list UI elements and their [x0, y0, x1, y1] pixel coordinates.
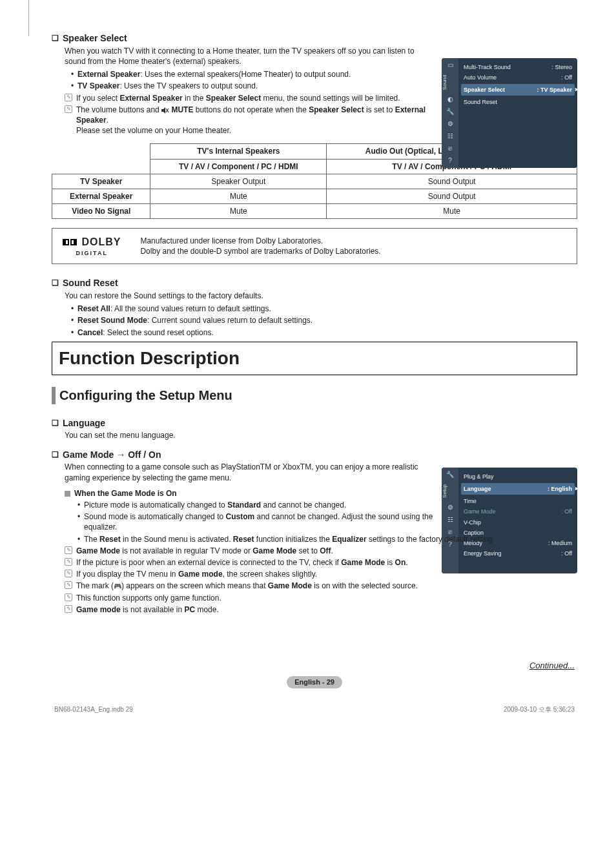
bullet-text: : Uses the external speakers(Home Theate…: [140, 70, 351, 79]
channel-icon: 🔧: [444, 107, 457, 117]
osd-row-label: Game Mode: [464, 508, 496, 515]
picture-icon: ▭: [444, 60, 457, 70]
osd-row-label: Speaker Select: [464, 86, 505, 94]
footer-left: BN68-02143A_Eng.indb 29: [54, 705, 133, 714]
note-bold: Speaker Select: [309, 105, 364, 114]
section-title: Sound Reset: [63, 277, 118, 289]
dolby-d-icon: [63, 239, 69, 245]
bullet-text: Picture mode is automatically changed to: [84, 500, 227, 510]
footer: BN68-02143A_Eng.indb 29 2009-03-10 오후 5:…: [52, 705, 577, 714]
note-text: in the: [183, 94, 206, 103]
dolby-brand: DOLBY: [81, 236, 121, 247]
sound-reset-section: ❏Sound Reset You can restore the Sound s…: [52, 277, 577, 338]
bullet-text: The: [84, 535, 99, 544]
dolby-text: Manufactured under license from Dolby La…: [140, 236, 380, 256]
bullet-label: Reset Sound Mode: [77, 316, 147, 325]
section-title: Game Mode → Off / On: [63, 449, 161, 461]
note-icon: ✎: [65, 570, 72, 577]
note-bold: On: [395, 558, 406, 567]
note-item: ✎The mark (🎮) appears on the screen whic…: [65, 581, 577, 591]
note-text: is not available in: [121, 605, 185, 614]
bullet-text: : All the sound values return to default…: [110, 304, 271, 313]
footer-right: 2009-03-10 오후 5:36:23: [504, 705, 575, 714]
note-item: ✎This function supports only game functi…: [65, 593, 577, 603]
bullet-bold: Custom: [225, 512, 254, 521]
note-text: This function supports only game functio…: [76, 593, 221, 603]
note-bold: Game Mode: [268, 581, 312, 590]
table-header: TV's Internal Speakers: [150, 144, 327, 159]
note-text: If you select: [76, 94, 119, 103]
osd-body: Multi-Track Sound: Stereo Auto Volume: O…: [458, 58, 577, 112]
section-intro: You can set the menu language.: [65, 430, 435, 440]
dolby-license-box: DOLBY DIGITAL Manufactured under license…: [52, 228, 577, 264]
list-item: External Speaker: Uses the external spea…: [71, 69, 435, 79]
note-item: ✎ If you select External Speaker in the …: [65, 93, 435, 103]
section-title: Language: [63, 417, 105, 429]
note-text: set to: [296, 546, 320, 555]
dolby-logo: DOLBY DIGITAL: [63, 235, 121, 257]
setup-icon: ⚙: [444, 119, 457, 129]
note-icon: ✎: [65, 581, 72, 589]
bullet-text: function initializes the: [254, 535, 333, 544]
note-item: ✎If you display the TV menu in Game mode…: [65, 569, 577, 579]
note-text: The volume buttons and: [76, 105, 161, 114]
gamepad-icon: 🎮: [114, 582, 121, 591]
bookmark-icon: ❏: [52, 33, 59, 43]
table-row: External SpeakerMuteSound Output: [52, 189, 577, 203]
bullet-bold: Equalizer: [332, 535, 366, 544]
bullet-bold: Reset: [233, 535, 254, 544]
table-row: Video No SignalMuteMute: [52, 204, 577, 219]
list-item: Picture mode is automatically changed to…: [77, 500, 435, 510]
bullet-bold: Reset: [99, 535, 121, 544]
section-intro: You can restore the Sound settings to th…: [65, 291, 577, 301]
note-text: is set to: [364, 105, 395, 114]
note-text: is not available in regular TV mode or: [120, 546, 252, 555]
bullet-text: Sound mode is automatically changed to: [84, 512, 225, 521]
note-bold: Game mode: [178, 570, 223, 579]
application-icon: ⎚: [444, 143, 457, 154]
note-bold: Game mode: [76, 605, 121, 614]
table-cell: Sound Output: [327, 174, 577, 189]
note-text: ) appears on the screen which means that: [121, 581, 268, 590]
bookmark-icon: ❏: [52, 449, 59, 460]
note-text: , the screen shakes slightly.: [223, 570, 318, 579]
osd-row-label: Plug & Play: [464, 473, 494, 480]
subsection-label: When the Game Mode is On: [74, 489, 177, 498]
note-text: .: [406, 558, 407, 567]
input-icon: ☷: [444, 515, 457, 525]
table-cell: Mute: [150, 204, 327, 219]
page-subheading: Configuring the Setup Menu: [52, 387, 577, 404]
bullet-text: : Current sound values return to default…: [147, 316, 313, 325]
osd-row-value: : Stereo: [551, 63, 572, 71]
sound-icon: ◐: [444, 94, 457, 105]
osd-row-label: Multi-Track Sound: [464, 63, 511, 71]
note-text: If the picture is poor when an external …: [76, 558, 341, 567]
mute-icon: [161, 107, 169, 114]
note-text: buttons do not operate when the: [193, 105, 309, 114]
chevron-right-icon: ▸: [575, 85, 577, 93]
table-row-label: External Speaker: [52, 189, 150, 203]
bullet-label: Reset All: [77, 304, 110, 313]
square-mark-icon: [65, 491, 70, 497]
list-item: Sound mode is automatically changed to C…: [77, 511, 435, 532]
osd-row-value: : Off: [561, 508, 572, 515]
note-text: is: [385, 558, 395, 567]
note-text: Please set the volume on your Home theat…: [76, 126, 231, 135]
note-icon: ✎: [65, 546, 72, 554]
bullet-text: and cannot be changed.: [261, 500, 346, 510]
note-bold: Speaker Select: [206, 94, 261, 103]
note-text: The mark (: [76, 581, 114, 590]
bookmark-icon: ❏: [52, 278, 59, 288]
note-text: is on with the selected source.: [312, 581, 418, 590]
osd-row-value: : TV Speaker: [537, 86, 572, 94]
osd-row-label: V-Chip: [464, 519, 481, 526]
note-bold: Game Mode: [252, 546, 296, 555]
table-cell: Mute: [327, 204, 577, 219]
table-row-label: Video No Signal: [52, 204, 150, 219]
table-row: TV SpeakerSpeaker OutputSound Output: [52, 174, 577, 189]
osd-tab-label: Setup: [442, 482, 449, 500]
dolby-sublabel: DIGITAL: [63, 249, 121, 257]
note-icon: ✎: [65, 558, 72, 566]
bullet-label: External Speaker: [77, 70, 140, 79]
dolby-line: Dolby and the double-D symbol are tradem…: [140, 246, 380, 256]
